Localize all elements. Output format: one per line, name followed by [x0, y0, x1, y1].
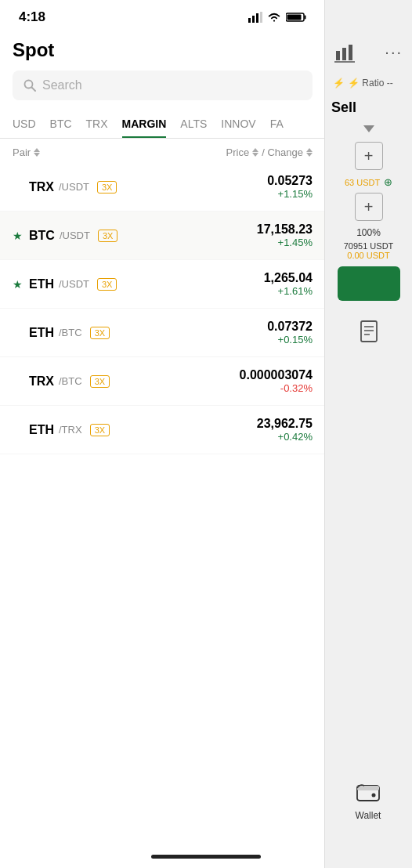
home-indicator [151, 855, 261, 859]
pair-row[interactable]: ★ ETH /TRX 3X 23,962.75 +0.42% [0, 406, 325, 454]
pair-price: 17,158.23 [257, 222, 313, 237]
svg-rect-13 [361, 321, 377, 342]
tabs-container: USD BTC TRX MARGIN ALTS INNOV FA [0, 111, 325, 139]
change-sort-arrows [306, 148, 313, 157]
wallet-section[interactable]: Wallet [324, 782, 412, 821]
sell-label: Sell [325, 99, 356, 116]
pair-right: 0.07372 +0.15% [267, 320, 313, 345]
pair-price: 1,265.04 [264, 271, 313, 285]
tab-trx[interactable]: TRX [86, 111, 108, 138]
pair-base: ETH [29, 277, 54, 291]
svg-rect-18 [357, 786, 379, 790]
pair-left: ★ TRX /BTC 3X [13, 374, 110, 389]
pair-left: ★ ETH /USDT 3X [13, 277, 117, 291]
pair-quote: /TRX [59, 424, 82, 436]
tab-margin[interactable]: MARGIN [122, 111, 167, 138]
pair-left: ★ TRX /USDT 3X [13, 180, 117, 194]
usdt-amount: 70951 USDT [344, 241, 394, 251]
document-icon[interactable] [359, 320, 379, 348]
tab-fa[interactable]: FA [270, 111, 284, 138]
pair-quote: /USDT [60, 230, 90, 241]
svg-line-8 [32, 88, 36, 92]
leverage-badge: 3X [97, 278, 117, 291]
tab-innov[interactable]: INNOV [221, 111, 255, 138]
pair-base: TRX [29, 180, 54, 194]
pair-row[interactable]: ★ TRX /USDT 3X 0.05273 +1.15% [0, 163, 325, 212]
sidebar-top-icons: ··· [325, 43, 412, 63]
battery-icon [286, 12, 306, 23]
plus-button-2[interactable]: + [355, 193, 383, 221]
pair-change: +0.15% [267, 334, 313, 345]
wifi-icon [267, 12, 281, 23]
pairs-list: ★ TRX /USDT 3X 0.05273 +1.15% ★ BTC /USD… [0, 163, 325, 454]
change-col-label: / Change [262, 146, 303, 158]
pair-base: ETH [29, 423, 54, 437]
pair-sort-arrows [34, 148, 40, 157]
price-col-header[interactable]: Price / Change [226, 146, 313, 158]
pair-quote: /BTC [59, 327, 82, 338]
status-time: 4:18 [19, 9, 45, 25]
svg-rect-10 [342, 48, 346, 60]
star-icon: ★ [13, 375, 23, 388]
pair-price: 0.07372 [267, 320, 313, 334]
ratio-bar[interactable]: ⚡ ⚡ Ratio -- [325, 73, 412, 93]
dropdown-arrow[interactable] [363, 125, 374, 132]
pair-right: 17,158.23 +1.45% [257, 222, 313, 248]
price-col-label: Price [226, 146, 250, 158]
pair-row[interactable]: ★ BTC /USDT 3X 17,158.23 +1.45% [0, 212, 325, 260]
star-icon: ★ [13, 181, 23, 193]
svg-rect-2 [256, 13, 258, 23]
pair-right: 0.000003074 -0.32% [240, 368, 313, 394]
pair-right: 0.05273 +1.15% [267, 174, 313, 200]
pair-change: -0.32% [240, 382, 313, 394]
usdt-info: 63 USDT ⊕ [342, 175, 396, 190]
pair-price: 0.05273 [267, 174, 313, 188]
plus-button-1[interactable]: + [355, 142, 383, 170]
pair-col-header[interactable]: Pair [13, 146, 40, 158]
pair-left: ★ ETH /BTC 3X [13, 326, 110, 340]
star-icon: ★ [13, 278, 23, 291]
pair-change: +0.42% [257, 431, 313, 443]
pair-left: ★ BTC /USDT 3X [13, 229, 117, 243]
pair-price: 0.000003074 [240, 368, 313, 382]
status-bar: 4:18 [0, 0, 325, 31]
table-header: Pair Price / Change [0, 139, 325, 163]
tab-usd[interactable]: USD [13, 111, 36, 138]
leverage-badge: 3X [90, 327, 110, 339]
pair-row[interactable]: ★ ETH /BTC 3X 0.07372 +0.15% [0, 309, 325, 357]
star-icon: ★ [13, 230, 23, 242]
main-panel: 4:18 Spot [0, 0, 325, 868]
svg-rect-0 [248, 18, 251, 23]
circle-plus-icon[interactable]: ⊕ [384, 176, 392, 188]
lightning-icon: ⚡ [333, 78, 345, 89]
pair-col-label: Pair [13, 146, 31, 158]
svg-point-19 [372, 794, 376, 797]
buy-button[interactable] [338, 266, 400, 301]
more-icon[interactable]: ··· [385, 43, 403, 63]
leverage-badge: 3X [97, 181, 117, 193]
tab-alts[interactable]: ALTS [180, 111, 207, 138]
leverage-badge: 3X [90, 375, 110, 388]
svg-rect-5 [305, 16, 306, 20]
pair-right: 23,962.75 +0.42% [257, 417, 313, 443]
star-icon: ★ [13, 424, 23, 436]
svg-rect-6 [287, 15, 302, 20]
pair-change: +1.15% [267, 188, 313, 200]
chart-icon[interactable] [334, 43, 355, 63]
page-title: Spot [13, 39, 313, 61]
header: Spot Search [0, 31, 325, 100]
tab-btc[interactable]: BTC [50, 111, 72, 138]
search-bar[interactable]: Search [13, 71, 313, 100]
leverage-badge: 3X [90, 424, 110, 436]
star-icon: ★ [13, 327, 23, 339]
pair-right: 1,265.04 +1.61% [264, 271, 313, 297]
pair-quote: /USDT [59, 181, 89, 193]
pair-row[interactable]: ★ TRX /BTC 3X 0.000003074 -0.32% [0, 357, 325, 406]
search-icon [23, 79, 36, 92]
svg-rect-11 [349, 45, 352, 60]
status-icons [248, 12, 306, 23]
zero-usdt: 0.00 USDT [347, 251, 389, 260]
pair-row[interactable]: ★ ETH /USDT 3X 1,265.04 +1.61% [0, 260, 325, 309]
wallet-label: Wallet [356, 810, 381, 821]
pair-change: +1.61% [264, 285, 313, 297]
